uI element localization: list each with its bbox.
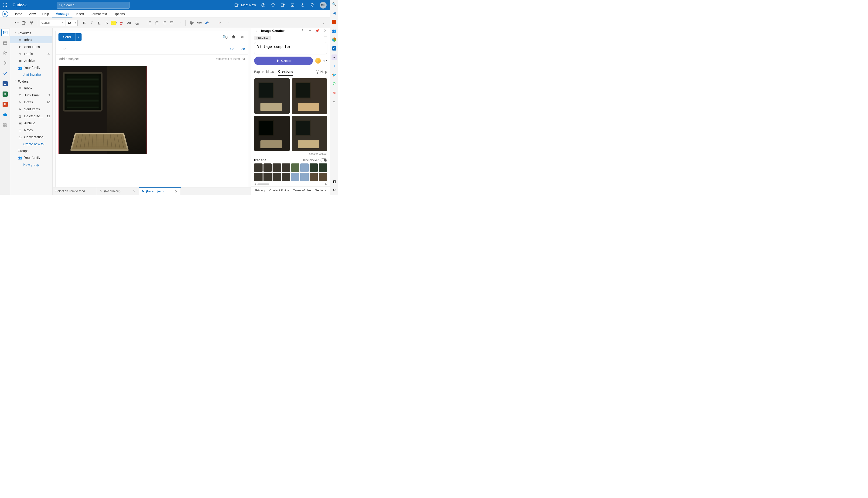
tab-message[interactable]: Message	[52, 10, 73, 17]
meet-now-button[interactable]: Meet Now	[235, 3, 256, 7]
group-your-family[interactable]: 👥Your family	[10, 154, 52, 161]
signature-button[interactable]: ▾	[204, 19, 210, 26]
discard-button[interactable]: 🗑	[230, 34, 237, 40]
files-rail-icon[interactable]	[1, 60, 9, 67]
paste-button[interactable]: ▾	[21, 19, 27, 26]
tab-format-text[interactable]: Format text	[87, 10, 110, 17]
calendar-rail-icon[interactable]	[1, 39, 9, 47]
subject-field[interactable]	[59, 57, 215, 61]
send-app-icon[interactable]: ✈	[332, 63, 337, 69]
importance-button[interactable]: !▾	[217, 19, 223, 26]
recent-thumb[interactable]	[319, 163, 327, 172]
format-painter-button[interactable]	[28, 19, 35, 26]
font-size-select[interactable]: 12▾	[66, 20, 78, 26]
folder-sent[interactable]: ➤Sent Items	[10, 106, 52, 113]
recent-thumb[interactable]	[254, 173, 262, 181]
people-rail-icon[interactable]	[1, 49, 9, 57]
folder-drafts[interactable]: ✎Drafts20	[10, 99, 52, 106]
font-color-button[interactable]: A▾	[119, 19, 125, 26]
folder-conversation-history[interactable]: 🗀Conversation …	[10, 134, 52, 141]
send-button[interactable]: Send	[59, 33, 76, 41]
recent-thumb[interactable]	[291, 173, 300, 181]
account-avatar[interactable]: MP	[320, 2, 327, 9]
mail-rail-icon[interactable]	[1, 29, 9, 36]
onedrive-app-icon[interactable]	[1, 111, 9, 118]
recent-thumb[interactable]	[291, 163, 300, 172]
recent-thumb[interactable]	[263, 173, 272, 181]
recent-thumb[interactable]	[263, 163, 272, 172]
m365-icon[interactable]	[332, 37, 337, 42]
generated-image-4[interactable]	[292, 116, 327, 151]
teams-icon[interactable]	[281, 3, 285, 8]
numbered-list-button[interactable]: 123	[154, 19, 160, 26]
folder-junk[interactable]: ⊘Junk Email3	[10, 92, 52, 99]
prompt-input[interactable]: Vintage computer	[254, 42, 327, 54]
search-box[interactable]	[57, 2, 130, 9]
attach-button[interactable]: ▾	[189, 19, 195, 26]
draft-tab-1[interactable]: ✎(No subject)✕	[97, 187, 139, 195]
change-case-button[interactable]: Aa	[126, 19, 132, 26]
folder-your-family-fav[interactable]: 👥Your family	[10, 64, 52, 71]
skype-icon[interactable]: S	[261, 3, 265, 8]
folder-notes[interactable]: 🗒Notes	[10, 127, 52, 134]
popout-button[interactable]: ⧉	[239, 34, 245, 40]
to-field[interactable]	[73, 47, 225, 51]
underline-button[interactable]: U	[96, 19, 102, 26]
back-icon[interactable]: ‹	[254, 28, 259, 33]
more-icon[interactable]: ⋮	[300, 28, 305, 33]
designer-icon[interactable]: ✦	[332, 54, 337, 60]
close-icon[interactable]: ✕	[322, 28, 327, 33]
folder-deleted[interactable]: 🗑Deleted Ite…11	[10, 113, 52, 120]
close-icon[interactable]: ✕	[133, 189, 136, 193]
excel-app-icon[interactable]: X	[1, 90, 9, 98]
privacy-link[interactable]: Privacy	[255, 188, 265, 192]
bold-button[interactable]: B	[81, 19, 87, 26]
hamburger-icon[interactable]: ☰	[324, 36, 327, 40]
increase-indent-button[interactable]	[169, 19, 175, 26]
groups-header[interactable]: ›Groups	[10, 148, 52, 154]
recent-thumb[interactable]	[300, 163, 309, 172]
italic-button[interactable]: I	[89, 19, 95, 26]
people-app-icon[interactable]: 👥	[332, 28, 337, 34]
explore-tab[interactable]: Explore ideas	[254, 68, 274, 76]
zoom-button[interactable]: 🔍 ▾	[222, 34, 229, 40]
recent-thumb[interactable]	[273, 163, 281, 172]
settings-icon[interactable]	[300, 3, 305, 8]
hide-blocked-toggle[interactable]	[321, 158, 327, 162]
draft-tab-2[interactable]: ✎(No subject)✕	[139, 187, 181, 195]
side-panel-icon[interactable]: ◧	[332, 179, 337, 184]
powerpoint-app-icon[interactable]: P	[1, 101, 9, 108]
select-item-tab[interactable]: Select an item to read	[53, 187, 97, 195]
recent-thumb[interactable]	[273, 173, 281, 181]
recent-thumb[interactable]	[254, 163, 262, 172]
favorites-header[interactable]: ›Favorites	[10, 30, 52, 36]
recent-thumb[interactable]	[300, 173, 309, 181]
more-apps-icon[interactable]	[1, 121, 9, 129]
scrollbar[interactable]	[257, 183, 269, 185]
bcc-link[interactable]: Bcc	[239, 47, 245, 51]
recent-thumb[interactable]	[310, 163, 318, 172]
more-formatting-button[interactable]: ⋯	[176, 19, 182, 26]
settings-rail-icon[interactable]: ⚙	[332, 187, 337, 193]
send-dropdown[interactable]: ▾	[76, 33, 81, 41]
close-icon[interactable]: ✕	[175, 189, 178, 193]
twitter-icon[interactable]: 🐦	[332, 72, 337, 78]
folders-header[interactable]: ›Folders	[10, 78, 52, 85]
recent-thumb[interactable]	[319, 173, 327, 181]
new-group-link[interactable]: New group	[10, 161, 52, 168]
tab-insert[interactable]: Insert	[73, 10, 87, 17]
folder-archive-fav[interactable]: ▣Archive	[10, 57, 52, 64]
to-button[interactable]: To	[59, 45, 70, 52]
clear-formatting-button[interactable]: A⌫	[133, 19, 140, 26]
generated-image-3[interactable]	[254, 116, 290, 151]
link-button[interactable]: ▾	[196, 19, 203, 26]
search-input[interactable]	[64, 3, 127, 7]
generated-image-1[interactable]	[254, 78, 290, 114]
recent-thumb[interactable]	[282, 173, 290, 181]
outlook-icon[interactable]: O	[332, 45, 337, 51]
scroll-left-icon[interactable]: ◀	[254, 183, 256, 186]
bullet-list-button[interactable]	[146, 19, 152, 26]
folder-drafts-fav[interactable]: ✎Drafts20	[10, 50, 52, 57]
highlight-button[interactable]: ab▾	[111, 19, 117, 26]
recent-thumb[interactable]	[282, 163, 290, 172]
